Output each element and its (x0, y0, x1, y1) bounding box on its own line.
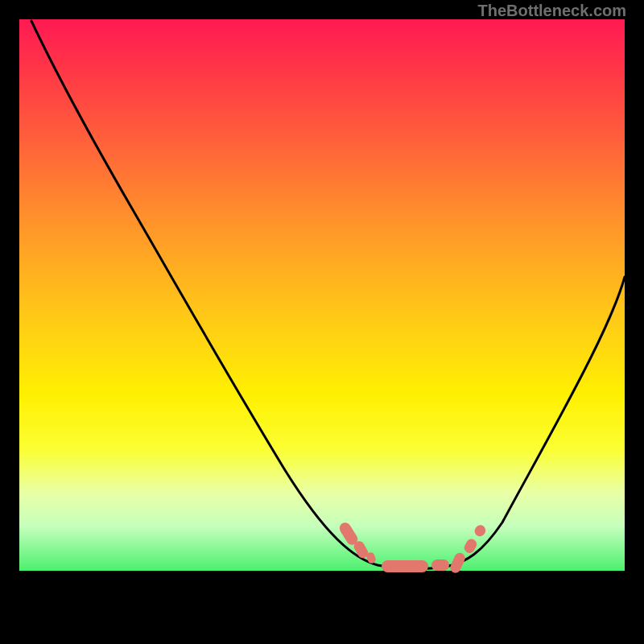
svg-rect-3 (382, 560, 428, 572)
watermark-text: TheBottleneck.com (478, 2, 626, 20)
marker-cluster (337, 521, 488, 575)
bottleneck-curve (19, 19, 625, 625)
svg-rect-4 (431, 559, 449, 571)
curve-path (31, 21, 625, 568)
plot-area: TheBottleneck.com (19, 19, 625, 625)
svg-rect-7 (473, 523, 487, 539)
svg-rect-5 (448, 551, 466, 575)
